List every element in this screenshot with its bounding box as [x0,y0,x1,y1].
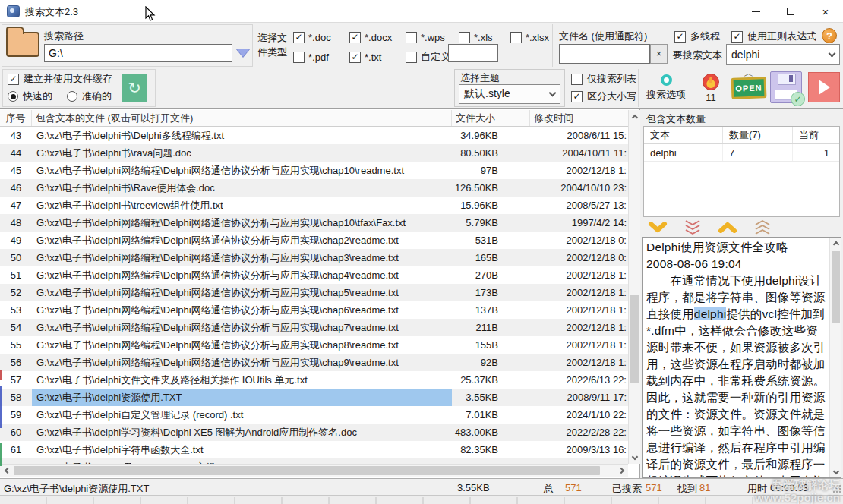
clear-filename-button[interactable]: × [650,44,668,64]
table-row[interactable]: 59G:\xz\电子书\delphi自定义管理记录 (record) .txt7… [0,406,628,424]
table-row[interactable]: 55G:\xz\电子书\delphi网络编程\Delphi网络通信协议分析与应用… [0,336,628,354]
filetype-checkbox-pdf[interactable]: *.pdf [293,52,349,63]
table-row[interactable]: 49G:\xz\电子书\delphi网络编程\Delphi网络通信协议分析与应用… [0,232,628,249]
table-row[interactable]: 44G:\xz\电子书\delphi书\rava问题.doc80.50KB200… [0,144,628,162]
filetype-checkbox-xlsx[interactable]: *.xlsx [510,32,544,43]
header-file[interactable]: 包含文本的文件 (双击可以打开文件) [32,110,452,126]
filename-input[interactable] [559,44,650,64]
row-file-size: 211B [452,319,530,336]
path-dropdown-icon[interactable] [236,49,250,57]
scroll-down-icon[interactable] [629,452,641,464]
row-index: 57 [0,371,32,389]
row-index: 58 [0,389,32,406]
row-file-path: G:\xz\电子书\delphi书\treeview组件使用.txt [32,197,452,214]
scroll-left-icon[interactable] [0,465,12,477]
search-text-combobox[interactable]: delphi [726,44,840,65]
multithread-checkbox[interactable]: 多线程 [674,30,720,43]
checkbox-icon [293,52,305,63]
table-row[interactable]: 56G:\xz\电子书\delphi网络编程\Delphi网络通信协议分析与应用… [0,354,628,371]
start-search-button[interactable] [808,72,840,102]
search-path-input[interactable] [44,44,232,62]
count-header-count[interactable]: 数量(7) [723,127,793,143]
text-preview[interactable]: Delphi使用资源文件全攻略 2008-08-06 19:04 在通常情况下使… [642,237,841,478]
row-index: 62 [0,458,32,464]
table-row[interactable]: 48G:\xz\电子书\delphi网络编程\Delphi网络通信协议分析与应用… [0,214,628,232]
status-total-value: 571 [565,482,582,493]
filetype-checkbox-txt[interactable]: *.txt [349,52,406,63]
count-row[interactable]: delphi71 [644,144,839,162]
table-row[interactable]: 43G:\xz\电子书\delphi书\Delphi多线程编程.txt34.96… [0,127,628,144]
preview-text: Delphi使用资源文件全攻略 2008-08-06 19:04 在通常情况下使… [646,239,827,478]
maximize-button[interactable] [773,0,808,23]
scroll-down-icon[interactable] [830,466,841,477]
table-row[interactable]: 45G:\xz\电子书\delphi网络编程\Delphi网络通信协议分析与应用… [0,162,628,179]
theme-label: 选择主题 [460,71,500,85]
scroll-right-icon[interactable] [616,465,628,477]
count-header-current[interactable]: 当前 [793,127,835,143]
table-row[interactable]: 46G:\xz\电子书\delphi书\Rave使用体会.doc126.50KB… [0,179,628,197]
filetype-checkbox-wps[interactable]: *.wps [406,32,459,43]
table-row[interactable]: 62G:\xz\电子书\directx及opengl\opengl心得.txt9… [0,458,628,464]
scrollbar-thumb[interactable] [630,295,639,383]
first-match-button[interactable] [751,219,773,235]
theme-value: 默认.style [464,87,510,101]
row-file-path: G:\xz\电子书\delphi书\rava问题.doc [32,144,452,162]
case-checkbox[interactable]: 区分大小写 [571,90,636,103]
resize-grip[interactable] [832,484,841,493]
header-date[interactable]: 修改时间 [530,110,628,126]
table-row[interactable]: 50G:\xz\电子书\delphi网络编程\Delphi网络通信协议分析与应用… [0,249,628,266]
scroll-up-icon[interactable] [830,238,841,249]
checkbox-icon [510,32,522,43]
theme-combobox[interactable]: 默认.style [459,84,560,104]
table-row[interactable]: 51G:\xz\电子书\delphi网络编程\Delphi网络通信协议分析与应用… [0,266,628,284]
table-row[interactable]: 57G:\xz\电子书\delphi文件文件夹及路径相关操作 IOUtils 单… [0,371,628,389]
prev-match-button[interactable] [716,219,738,235]
filetype-checkbox-xls[interactable]: *.xls [459,32,510,43]
count-table-body: delphi71 [644,144,839,162]
scroll-up-icon[interactable] [629,110,641,122]
row-modified-date: 2022/2/28 22: [530,424,628,441]
filetype-checkbox-docx[interactable]: *.docx [349,32,406,43]
filetype-label: *.wps [421,32,445,43]
table-row[interactable]: 60G:\xz\电子书\delphi学习资料\Delphi XE5 图解为And… [0,424,628,441]
table-row[interactable]: 58G:\xz\电子书\delphi资源使用.TXT3.55KB2008/9/1… [0,389,628,406]
row-modified-date: 2004/11/5 16: [530,458,628,464]
row-index: 53 [0,301,32,319]
row-file-size: 155B [452,336,530,354]
filetype-checkbox-doc[interactable]: *.doc [293,32,349,43]
regex-checkbox[interactable]: 使用正则表达式 [731,30,816,43]
open-file-button[interactable]: ︿ OPEN [731,71,767,107]
scrollbar-thumb[interactable] [14,466,600,475]
search-options-button[interactable]: 搜索选项 [639,69,693,107]
help-icon[interactable]: ? [822,28,837,43]
last-match-button[interactable] [681,219,703,235]
preview-scrollbar[interactable] [829,238,841,477]
status-found-value: 81 [699,482,710,493]
minimize-button[interactable] [738,0,773,23]
list-only-checkbox[interactable]: 仅搜索列表 [571,72,636,86]
table-row[interactable]: 47G:\xz\电子书\delphi书\treeview组件使用.txt15.9… [0,197,628,214]
folder-icon[interactable] [6,32,39,57]
table-row[interactable]: 61G:\xz\电子书\delphi字符串函数大全.txt82.35KB2009… [0,441,628,458]
radio-accurate[interactable]: 准确的 [67,90,112,103]
save-results-button[interactable]: ✓ [770,71,802,103]
row-index: 49 [0,232,32,249]
header-index[interactable]: 序号 [0,110,32,126]
table-row[interactable]: 54G:\xz\电子书\delphi网络编程\Delphi网络通信协议分析与应用… [0,319,628,336]
app-window: 搜索文本2.3 × 搜索路径 选择文件类型 *.doc*.docx*.wps*.… [0,0,843,504]
cache-checkbox[interactable]: 建立并使用文件缓存 [8,72,112,86]
next-match-button[interactable] [646,219,668,235]
vertical-scrollbar[interactable] [628,110,640,464]
table-row[interactable]: 53G:\xz\电子书\delphi网络编程\Delphi网络通信协议分析与应用… [0,301,628,319]
table-row[interactable]: 52G:\xz\电子书\delphi网络编程\Delphi网络通信协议分析与应用… [0,284,628,301]
custom-ext-input[interactable] [448,44,498,62]
count-header-text[interactable]: 文本 [644,127,723,143]
scrollbar-thumb[interactable] [832,251,840,323]
header-size[interactable]: 文件大小 [452,110,530,126]
radio-fast[interactable]: 快速的 [8,90,52,103]
row-modified-date: 2022/6/13 22: [530,371,628,389]
horizontal-scrollbar[interactable] [0,464,628,477]
row-modified-date: 2009/3/13 16: [530,441,628,458]
refresh-cache-button[interactable]: ↻ [122,74,147,102]
close-button[interactable]: × [808,0,843,23]
